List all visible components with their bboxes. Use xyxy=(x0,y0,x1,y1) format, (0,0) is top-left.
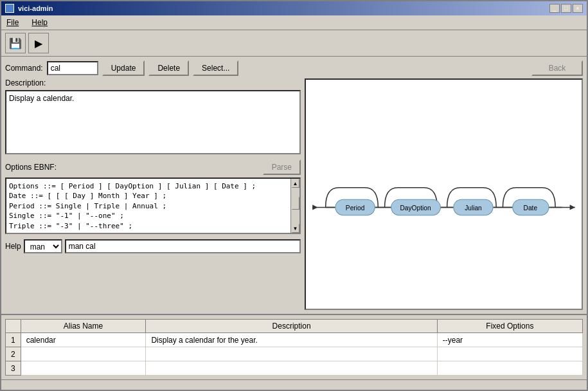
menu-bar: File Help xyxy=(1,15,587,30)
command-input[interactable] xyxy=(47,61,98,75)
row-fixed-3[interactable] xyxy=(437,361,582,376)
title-bar: vici-admin _ □ × xyxy=(1,1,587,15)
window-title: vici-admin xyxy=(18,5,53,12)
left-panel: Command: Update Delete Select... Descrip… xyxy=(5,60,301,310)
main-window: vici-admin _ □ × File Help 💾 ▶ Command: … xyxy=(0,0,588,391)
parse-button[interactable]: Parse xyxy=(263,159,301,175)
svg-text:DayOption: DayOption xyxy=(400,205,431,212)
row-num-3: 3 xyxy=(6,361,21,376)
scroll-down-arrow[interactable]: ▼ xyxy=(292,224,299,233)
row-desc-2[interactable] xyxy=(146,347,437,361)
toolbar: 💾 ▶ xyxy=(1,30,587,57)
table-row: 2 xyxy=(6,347,583,361)
col-alias-header: Alias Name xyxy=(21,320,146,333)
col-fixed-header: Fixed Options xyxy=(437,320,582,333)
help-label: Help xyxy=(5,242,21,251)
select-button[interactable]: Select... xyxy=(193,60,238,76)
diagram-area: Period DayOption Julian xyxy=(305,78,583,310)
ebnf-textarea-wrapper: Options ::= [ Period ] [ DayOption ] [ J… xyxy=(5,177,301,234)
back-button[interactable]: Back xyxy=(531,60,583,76)
row-alias-3[interactable] xyxy=(21,361,146,376)
menu-file[interactable]: File xyxy=(4,17,21,28)
description-label: Description: xyxy=(5,78,46,87)
back-btn-row: Back xyxy=(305,60,583,76)
command-row: Command: Update Delete Select... xyxy=(5,60,301,76)
menu-help[interactable]: Help xyxy=(29,17,50,28)
ebnf-scrollbar[interactable]: ▲ ▼ xyxy=(290,179,299,233)
bottom-table-area: Alias Name Description Fixed Options 1 c… xyxy=(1,314,587,379)
table-row: 1 calendar Display a calendar for the ye… xyxy=(6,333,583,347)
delete-button[interactable]: Delete xyxy=(148,60,189,76)
title-buttons[interactable]: _ □ × xyxy=(549,4,583,13)
row-fixed-1[interactable]: --year xyxy=(437,333,582,347)
scroll-up-arrow[interactable]: ▲ xyxy=(292,179,299,188)
close-button[interactable]: × xyxy=(573,4,583,13)
row-alias-1[interactable]: calendar xyxy=(21,333,146,347)
row-desc-1[interactable]: Display a calendar for the year. xyxy=(146,333,437,347)
row-alias-2[interactable] xyxy=(21,347,146,361)
command-label: Command: xyxy=(5,64,43,73)
scroll-thumb[interactable] xyxy=(292,197,299,210)
maximize-button[interactable]: □ xyxy=(561,4,571,13)
col-desc-header: Description xyxy=(146,320,437,333)
right-panel: Back Period xyxy=(305,60,583,310)
description-label-row: Description: xyxy=(5,78,301,87)
alias-table: Alias Name Description Fixed Options 1 c… xyxy=(5,319,583,376)
row-desc-3[interactable] xyxy=(146,361,437,376)
ebnf-textarea[interactable]: Options ::= [ Period ] [ DayOption ] [ J… xyxy=(6,179,299,233)
row-fixed-2[interactable] xyxy=(437,347,582,361)
svg-text:Period: Period xyxy=(346,205,365,212)
col-num-header xyxy=(6,320,21,333)
railroad-diagram: Period DayOption Julian xyxy=(306,80,582,309)
run-button[interactable]: ▶ xyxy=(28,33,49,53)
svg-marker-2 xyxy=(570,205,575,210)
app-icon xyxy=(5,4,14,13)
main-content: Command: Update Delete Select... Descrip… xyxy=(1,57,587,314)
row-num-1: 1 xyxy=(6,333,21,347)
table-row: 3 xyxy=(6,361,583,376)
help-select[interactable]: man info xyxy=(24,239,62,253)
update-button[interactable]: Update xyxy=(102,60,145,76)
minimize-button[interactable]: _ xyxy=(549,4,560,13)
ebnf-label: Options EBNF: xyxy=(5,163,57,172)
description-area: Display a calendar. xyxy=(5,90,301,154)
svg-text:Date: Date xyxy=(524,205,538,212)
title-bar-left: vici-admin xyxy=(5,4,53,13)
bottom-bar xyxy=(1,379,587,390)
svg-marker-1 xyxy=(312,205,317,210)
description-text: Display a calendar. xyxy=(9,94,74,103)
row-num-2: 2 xyxy=(6,347,21,361)
help-input[interactable] xyxy=(65,239,301,253)
svg-text:Julian: Julian xyxy=(465,205,482,212)
help-row: Help man info xyxy=(5,239,301,253)
save-button[interactable]: 💾 xyxy=(5,33,26,53)
ebnf-row: Options EBNF: Parse xyxy=(5,159,301,175)
